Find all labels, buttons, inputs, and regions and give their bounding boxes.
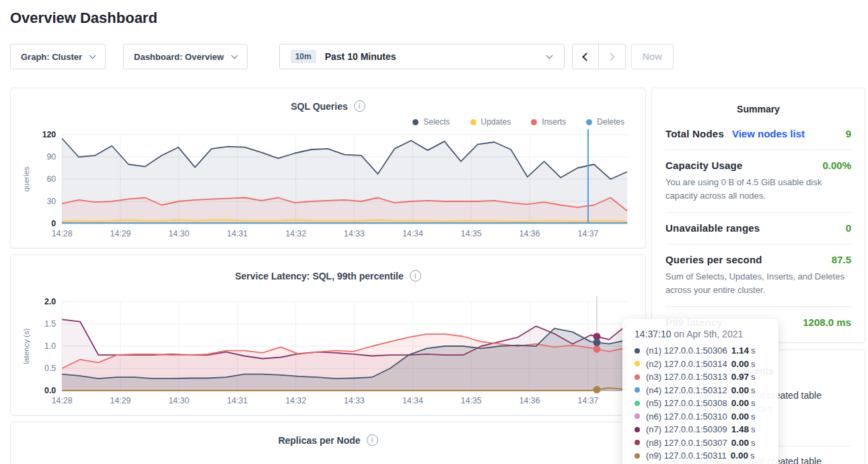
- legend-item[interactable]: Selects: [412, 117, 449, 127]
- node-address: (n3) 127.0.0.1:50313: [646, 372, 727, 382]
- latency-unit: s: [751, 411, 756, 422]
- svg-text:60: 60: [47, 174, 57, 184]
- time-range-dropdown[interactable]: 10m Past 10 Minutes: [279, 44, 565, 69]
- overview-dashboard-page: Overview Dashboard Graph: Cluster Dashbo…: [0, 0, 868, 464]
- next-time-button[interactable]: [599, 44, 626, 69]
- legend-item[interactable]: Updates: [470, 117, 511, 127]
- chevron-right-icon: [606, 53, 615, 61]
- summary-label: Queries per second: [665, 254, 762, 265]
- svg-text:14:35: 14:35: [461, 229, 482, 238]
- now-button[interactable]: Now: [631, 44, 674, 69]
- summary-panel: Summary Total NodesView nodes list9Capac…: [651, 88, 865, 343]
- service-latency-panel: Service Latency: SQL, 99th percentile i …: [10, 255, 646, 416]
- hover-tooltip: 14:37:10on Apr 5th, 2021 (n1) 127.0.0.1:…: [622, 319, 779, 464]
- svg-text:14:30: 14:30: [168, 229, 189, 238]
- tooltip-row: (n4) 127.0.0.1:503120.00s: [635, 385, 766, 395]
- node-address: (n9) 127.0.0.1:50311: [646, 451, 727, 461]
- tooltip-header: 14:37:10on Apr 5th, 2021: [635, 329, 766, 339]
- tooltip-rows: (n1) 127.0.0.1:503061.14s(n2) 127.0.0.1:…: [635, 345, 766, 461]
- node-address: (n8) 127.0.0.1:50307: [646, 438, 727, 448]
- node-latency-value: 0.00: [731, 438, 749, 448]
- service-latency-chart[interactable]: 14:2814:2914:3014:3114:3214:3314:3414:35…: [20, 295, 637, 411]
- svg-text:14:33: 14:33: [344, 396, 365, 405]
- chart-title: Service Latency: SQL, 99th percentile: [235, 271, 404, 281]
- svg-text:120: 120: [42, 130, 57, 139]
- chevron-down-icon: [89, 52, 96, 59]
- chart-title-row: Service Latency: SQL, 99th percentile i: [20, 270, 637, 281]
- legend-dot-icon: [412, 119, 419, 125]
- chart-title: SQL Queries: [291, 101, 348, 112]
- svg-text:14:32: 14:32: [285, 229, 306, 238]
- nodes-list-link[interactable]: View nodes list: [732, 128, 805, 139]
- node-address: (n7) 127.0.0.1:50309: [646, 424, 727, 434]
- latency-unit: s: [751, 438, 756, 448]
- tooltip-date: on Apr 5th, 2021: [674, 329, 744, 339]
- sql-queries-legend: SelectsUpdatesInsertsDeletes: [20, 117, 624, 127]
- sql-queries-chart[interactable]: 14:2814:2914:3014:3114:3214:3314:3414:35…: [20, 128, 637, 244]
- summary-value: 1208.0 ms: [803, 317, 851, 328]
- svg-text:30: 30: [47, 197, 57, 206]
- dashboard-dropdown-label: Dashboard: Overview: [134, 52, 224, 62]
- node-address: (n1) 127.0.0.1:50306: [646, 345, 727, 356]
- latency-unit: s: [751, 345, 756, 356]
- tooltip-time: 14:37:10: [635, 329, 672, 339]
- legend-label: Selects: [423, 117, 449, 127]
- chart-title-row: SQL Queries i: [20, 100, 637, 112]
- latency-unit: s: [751, 424, 756, 434]
- legend-dot-icon: [586, 119, 592, 125]
- summary-desc: You are using 0 B of 4.5 GiB usable disk…: [665, 176, 851, 202]
- series-dot-icon: [635, 440, 640, 445]
- node-latency-value: 1.48: [731, 424, 749, 434]
- summary-value: 9: [846, 128, 851, 139]
- summary-desc: Sum of Selects, Updates, Inserts, and De…: [665, 270, 851, 296]
- info-icon[interactable]: i: [410, 270, 421, 281]
- summary-label: Capacity Usage: [665, 160, 743, 171]
- graph-dropdown[interactable]: Graph: Cluster: [10, 44, 106, 69]
- svg-text:14:31: 14:31: [227, 229, 248, 238]
- summary-value: 87.5: [832, 254, 851, 265]
- summary-row: Total NodesView nodes list9: [665, 119, 851, 150]
- series-dot-icon: [635, 361, 640, 366]
- legend-label: Deletes: [597, 117, 624, 127]
- chevron-left-icon: [582, 53, 591, 61]
- charts-column: SQL Queries i SelectsUpdatesInsertsDelet…: [10, 88, 646, 464]
- node-address: (n4) 127.0.0.1:50312: [646, 385, 727, 395]
- svg-text:0.5: 0.5: [44, 364, 56, 373]
- svg-text:1.5: 1.5: [44, 319, 56, 329]
- svg-text:14:37: 14:37: [578, 229, 599, 238]
- prev-time-button[interactable]: [572, 44, 599, 69]
- latency-unit: s: [751, 359, 756, 369]
- legend-item[interactable]: Deletes: [586, 117, 624, 127]
- summary-value: 0: [846, 222, 851, 234]
- svg-text:0.0: 0.0: [44, 386, 56, 395]
- legend-item[interactable]: Inserts: [531, 117, 566, 127]
- node-address: (n2) 127.0.0.1:50314: [646, 359, 727, 369]
- replicas-per-node-panel: Replicas per Node i: [10, 422, 646, 464]
- svg-text:14:30: 14:30: [168, 396, 189, 405]
- chevron-down-icon: [546, 53, 552, 59]
- svg-text:14:32: 14:32: [285, 396, 306, 405]
- svg-text:14:35: 14:35: [461, 396, 482, 405]
- info-icon[interactable]: i: [367, 434, 378, 446]
- series-dot-icon: [635, 387, 640, 393]
- series-dot-icon: [635, 413, 640, 419]
- legend-dot-icon: [531, 119, 537, 125]
- summary-row: Unavailable ranges0: [665, 213, 851, 244]
- dashboard-dropdown[interactable]: Dashboard: Overview: [123, 44, 248, 69]
- node-latency-value: 0.00: [731, 385, 749, 395]
- tooltip-row: (n5) 127.0.0.1:503080.00s: [635, 398, 766, 408]
- svg-text:14:34: 14:34: [402, 229, 423, 238]
- svg-text:1.0: 1.0: [44, 341, 56, 351]
- latency-unit: s: [750, 451, 755, 461]
- tooltip-row: (n9) 127.0.0.1:503110.00s: [635, 451, 766, 461]
- series-dot-icon: [635, 453, 640, 459]
- latency-unit: s: [751, 372, 756, 382]
- svg-text:14:28: 14:28: [52, 229, 73, 238]
- info-icon[interactable]: i: [354, 100, 365, 112]
- time-range-badge: 10m: [291, 50, 316, 63]
- series-dot-icon: [635, 427, 640, 432]
- node-latency-value: 0.00: [731, 411, 749, 422]
- node-address: (n5) 127.0.0.1:50308: [646, 398, 727, 408]
- toolbar: Graph: Cluster Dashboard: Overview 10m P…: [10, 44, 858, 69]
- node-address: (n6) 127.0.0.1:50310: [646, 411, 727, 422]
